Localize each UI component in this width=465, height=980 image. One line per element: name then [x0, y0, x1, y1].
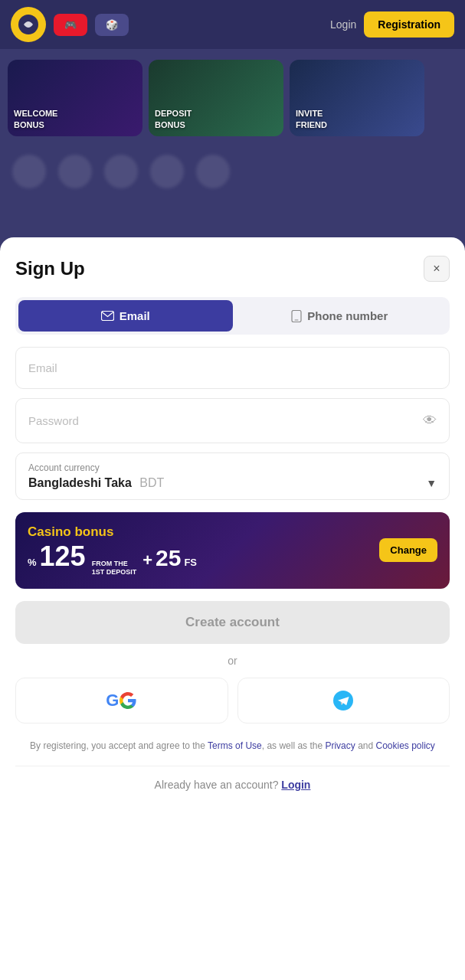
social-login-row: G — [15, 678, 450, 724]
banner-welcome-label: WELCOME BONUS — [14, 108, 57, 130]
topbar: 🎮 🎲 Login Registration — [0, 0, 465, 49]
signup-modal: Sign Up × Email Phone number 👁 Account c… — [0, 237, 465, 980]
bonus-from-the: FROM THE — [92, 560, 137, 568]
banner-deposit[interactable]: DEPOSIT BONUS — [149, 60, 283, 136]
tab-email-label: Email — [120, 309, 150, 322]
or-divider: or — [15, 655, 450, 667]
terms-of-use-link[interactable]: Terms of Use — [208, 740, 262, 751]
icons-row — [0, 147, 465, 196]
tab-phone[interactable]: Phone number — [233, 300, 447, 332]
currency-value: Bangladeshi Taka — [28, 476, 132, 489]
currency-selector[interactable]: Account currency Bangladeshi Taka BDT ▼ — [15, 452, 450, 500]
chevron-down-icon: ▼ — [426, 477, 437, 489]
google-icon: G — [106, 691, 119, 710]
banner-deposit-label: DEPOSIT BONUS — [155, 108, 192, 130]
password-input[interactable] — [28, 414, 423, 427]
already-text: Already have an account? — [155, 779, 279, 791]
email-icon — [101, 311, 114, 321]
already-have-account-row: Already have an account? Login — [15, 766, 450, 803]
google-login-button[interactable]: G — [15, 678, 228, 724]
telegram-login-button[interactable] — [237, 678, 450, 724]
email-input[interactable] — [28, 361, 437, 374]
telegram-icon — [333, 691, 353, 710]
svg-rect-3 — [295, 319, 299, 320]
bonus-first-deposit: 1ST DEPOSIT — [92, 568, 137, 577]
bonus-title: Casino bonus — [28, 524, 379, 540]
banner-invite-label: INVITE FRIEND — [296, 108, 327, 130]
nav-icon-2 — [58, 155, 92, 188]
bonus-plus: + — [142, 550, 152, 570]
banner-welcome[interactable]: WELCOME BONUS — [8, 60, 142, 136]
nav-icon-3 — [104, 155, 138, 188]
register-btn[interactable]: Registration — [364, 11, 454, 38]
bonus-fs-amount: 25 — [156, 545, 181, 571]
phone-icon — [291, 310, 302, 322]
modal-header: Sign Up × — [15, 256, 450, 282]
password-field[interactable]: 👁 — [15, 398, 450, 443]
bonus-change-button[interactable]: Change — [379, 538, 437, 562]
tab-email[interactable]: Email — [18, 300, 233, 332]
tab-switcher: Email Phone number — [15, 297, 450, 335]
cookies-policy-link[interactable]: Cookies policy — [376, 740, 435, 751]
tab-phone-label: Phone number — [307, 309, 388, 322]
logo — [11, 7, 46, 42]
banner-invite[interactable]: INVITE FRIEND — [290, 60, 424, 136]
terms-text: By registering, you accept and agree to … — [15, 739, 450, 753]
google-g-icon — [119, 691, 137, 710]
bonus-text: Casino bonus % 125 FROM THE 1ST DEPOSIT … — [28, 524, 379, 577]
bonus-fs-label: FS — [184, 557, 197, 568]
privacy-link[interactable]: Privacy — [325, 740, 355, 751]
bonus-amount-row: % 125 FROM THE 1ST DEPOSIT + 25 FS — [28, 543, 379, 577]
bonus-amount: 125 — [40, 543, 86, 570]
nav-icon-1 — [12, 155, 46, 188]
currency-value-row: Bangladeshi Taka BDT ▼ — [28, 476, 437, 490]
email-field[interactable] — [15, 347, 450, 389]
nav-icon-4 — [150, 155, 184, 188]
sport-btn[interactable]: 🎮 — [54, 14, 87, 36]
modal-title: Sign Up — [15, 258, 85, 279]
currency-code: BDT — [139, 476, 164, 489]
password-visibility-toggle[interactable]: 👁 — [423, 413, 437, 429]
modal-close-button[interactable]: × — [424, 256, 450, 282]
nav-icon-5 — [196, 155, 230, 188]
login-btn[interactable]: Login — [330, 18, 356, 31]
currency-label: Account currency — [28, 462, 437, 473]
create-account-button[interactable]: Create account — [15, 601, 450, 644]
banners-row: WELCOME BONUS DEPOSIT BONUS INVITE FRIEN… — [0, 49, 465, 147]
casino-btn[interactable]: 🎲 — [95, 14, 129, 36]
login-link[interactable]: Login — [281, 779, 310, 791]
bonus-percent-sign: % — [28, 557, 37, 568]
bonus-banner: Casino bonus % 125 FROM THE 1ST DEPOSIT … — [15, 512, 450, 589]
